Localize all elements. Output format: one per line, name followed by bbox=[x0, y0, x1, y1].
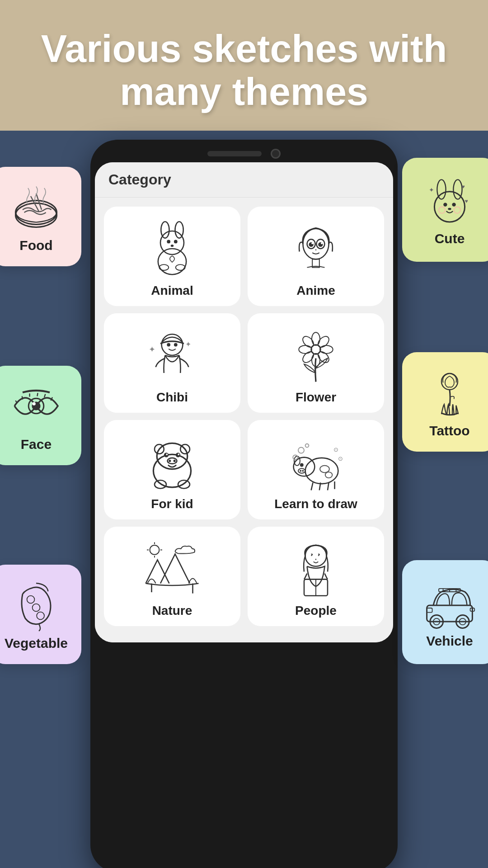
hero-section: Various sketches with many themes bbox=[0, 0, 488, 131]
phone-wrapper: Food ✦ ♥ ♥ bbox=[0, 131, 488, 868]
anime-label: Anime bbox=[296, 283, 335, 298]
face-image bbox=[9, 379, 63, 433]
svg-point-43 bbox=[316, 335, 331, 349]
grid-row-1: Animal bbox=[104, 207, 384, 306]
svg-point-7 bbox=[443, 203, 447, 207]
flower-image bbox=[286, 326, 345, 385]
svg-point-59 bbox=[305, 458, 338, 484]
face-card[interactable]: Face bbox=[0, 366, 81, 465]
people-image bbox=[286, 539, 345, 598]
cute-image: ✦ ♥ ♥ bbox=[422, 173, 477, 227]
svg-point-42 bbox=[301, 335, 316, 349]
svg-point-16 bbox=[160, 231, 184, 255]
vegetable-image bbox=[9, 578, 63, 632]
svg-point-18 bbox=[175, 222, 183, 238]
people-cell[interactable]: People bbox=[248, 527, 384, 626]
svg-text:✦: ✦ bbox=[429, 186, 434, 193]
svg-point-1 bbox=[15, 201, 56, 225]
svg-line-68 bbox=[311, 483, 313, 491]
tattoo-image bbox=[422, 365, 477, 420]
animal-cell[interactable]: Animal bbox=[104, 207, 240, 306]
nature-label: Nature bbox=[152, 604, 192, 618]
svg-point-23 bbox=[176, 264, 185, 270]
svg-line-93 bbox=[37, 393, 38, 396]
svg-point-6 bbox=[453, 180, 462, 199]
svg-point-19 bbox=[167, 240, 170, 244]
flower-label: Flower bbox=[296, 390, 336, 405]
svg-point-29 bbox=[311, 243, 313, 245]
svg-point-89 bbox=[33, 402, 36, 406]
svg-point-5 bbox=[437, 180, 446, 199]
vehicle-label: Vehicle bbox=[426, 633, 473, 649]
svg-point-98 bbox=[33, 604, 40, 612]
food-label: Food bbox=[19, 238, 52, 253]
chibi-cell[interactable]: ✦ ✦ Chibi bbox=[104, 313, 240, 413]
camera bbox=[271, 149, 281, 159]
svg-line-94 bbox=[44, 394, 45, 397]
svg-point-61 bbox=[294, 456, 300, 466]
svg-point-99 bbox=[37, 612, 44, 620]
svg-point-46 bbox=[153, 454, 191, 487]
forkid-cell[interactable]: For kid bbox=[104, 420, 240, 519]
animal-label: Animal bbox=[151, 283, 193, 298]
grid-container: Animal bbox=[95, 198, 393, 642]
svg-point-44 bbox=[301, 350, 316, 365]
svg-point-79 bbox=[150, 545, 160, 555]
svg-point-72 bbox=[298, 448, 304, 453]
learntodraw-label: Learn to draw bbox=[274, 497, 357, 511]
cute-card[interactable]: ✦ ♥ ♥ Cute bbox=[402, 158, 488, 262]
svg-point-40 bbox=[299, 345, 312, 354]
food-image bbox=[9, 180, 63, 234]
phone-screen: Category bbox=[95, 162, 393, 642]
svg-point-47 bbox=[157, 443, 188, 469]
svg-point-97 bbox=[27, 596, 35, 604]
svg-point-4 bbox=[434, 192, 465, 222]
flower-cell[interactable]: Flower bbox=[248, 313, 384, 413]
vegetable-card[interactable]: Vegetable bbox=[0, 565, 81, 664]
svg-point-55 bbox=[169, 460, 171, 462]
svg-text:♥: ♥ bbox=[461, 184, 465, 190]
vehicle-card[interactable]: Vehicle bbox=[402, 560, 488, 664]
svg-line-91 bbox=[22, 396, 23, 400]
food-card[interactable]: Food bbox=[0, 167, 81, 266]
svg-text:⊙: ⊙ bbox=[338, 456, 343, 462]
svg-point-65 bbox=[302, 470, 304, 472]
grid-row-4: Nature bbox=[104, 527, 384, 626]
anime-cell[interactable]: Anime bbox=[248, 207, 384, 306]
svg-text:✦: ✦ bbox=[185, 340, 191, 348]
svg-line-70 bbox=[328, 483, 329, 491]
svg-point-10 bbox=[439, 207, 445, 213]
svg-point-34 bbox=[174, 343, 178, 347]
animal-image bbox=[143, 219, 202, 278]
svg-point-17 bbox=[161, 222, 169, 238]
svg-point-74 bbox=[305, 444, 309, 448]
svg-point-9 bbox=[448, 208, 451, 210]
svg-point-56 bbox=[174, 460, 176, 462]
nature-image bbox=[143, 539, 202, 598]
category-header: Category bbox=[95, 162, 393, 198]
svg-point-60 bbox=[294, 458, 315, 476]
svg-point-45 bbox=[316, 350, 331, 365]
tattoo-card[interactable]: Tattoo bbox=[402, 352, 488, 452]
grid-row-2: ✦ ✦ Chibi bbox=[104, 313, 384, 413]
learntodraw-cell[interactable]: ⊙ ⊙ Learn to draw bbox=[248, 420, 384, 519]
svg-point-20 bbox=[174, 240, 178, 244]
svg-point-21 bbox=[171, 245, 174, 247]
svg-point-66 bbox=[320, 466, 329, 473]
svg-rect-100 bbox=[427, 605, 473, 622]
svg-point-41 bbox=[320, 345, 333, 354]
svg-point-62 bbox=[300, 463, 304, 467]
nature-cell[interactable]: Nature bbox=[104, 527, 240, 626]
svg-text:✦: ✦ bbox=[149, 345, 155, 354]
svg-point-11 bbox=[454, 207, 460, 213]
svg-point-63 bbox=[298, 468, 305, 473]
chibi-label: Chibi bbox=[156, 390, 188, 405]
svg-point-8 bbox=[452, 203, 455, 207]
forkid-label: For kid bbox=[151, 497, 193, 511]
svg-point-22 bbox=[159, 264, 169, 270]
anime-image bbox=[286, 219, 345, 278]
svg-point-33 bbox=[167, 343, 170, 347]
svg-point-64 bbox=[300, 470, 301, 472]
speaker bbox=[207, 151, 262, 156]
chibi-image: ✦ ✦ bbox=[143, 326, 202, 385]
